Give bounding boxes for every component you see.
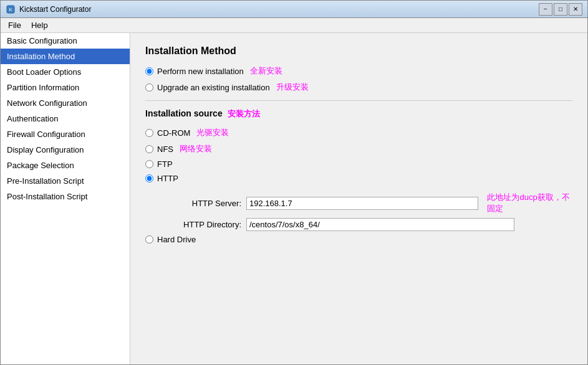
sidebar-item-basic-configuration[interactable]: Basic Configuration bbox=[1, 33, 130, 49]
title-bar: K Kickstart Configurator − □ ✕ bbox=[1, 1, 587, 18]
http-radio[interactable] bbox=[145, 174, 153, 183]
http-server-row: HTTP Server: 此地址为ducp获取，不固定 bbox=[160, 192, 572, 214]
new-install-label[interactable]: Perform new installation bbox=[157, 67, 244, 76]
nfs-row: NFS 网络安装 bbox=[145, 143, 572, 154]
source-title-text: Installation source bbox=[145, 108, 223, 118]
window-controls: − □ ✕ bbox=[539, 3, 582, 16]
sidebar-item-post-script[interactable]: Post-Installation Script bbox=[1, 189, 130, 204]
hard-drive-radio[interactable] bbox=[145, 235, 153, 244]
hard-drive-label[interactable]: Hard Drive bbox=[157, 235, 196, 244]
http-dir-row: HTTP Directory: bbox=[160, 218, 572, 231]
menu-bar: File Help bbox=[1, 18, 587, 33]
minimize-button[interactable]: − bbox=[539, 3, 552, 16]
close-button[interactable]: ✕ bbox=[569, 3, 582, 16]
sidebar-item-boot-loader[interactable]: Boot Loader Options bbox=[1, 64, 130, 80]
app-icon: K bbox=[6, 4, 16, 14]
upgrade-install-annotation: 升级安装 bbox=[276, 82, 309, 93]
divider bbox=[145, 100, 572, 101]
source-title-annotation: 安装方法 bbox=[228, 109, 260, 118]
upgrade-install-radio[interactable] bbox=[145, 83, 153, 92]
new-install-radio[interactable] bbox=[145, 67, 153, 75]
new-install-annotation: 全新安装 bbox=[250, 65, 282, 77]
nfs-label[interactable]: NFS bbox=[157, 145, 173, 154]
sidebar-item-pre-script[interactable]: Pre-Installation Script bbox=[1, 173, 130, 189]
http-dir-input[interactable] bbox=[246, 218, 514, 231]
sidebar-item-display[interactable]: Display Configuration bbox=[1, 142, 130, 158]
ftp-label[interactable]: FTP bbox=[157, 159, 173, 169]
window-title: Kickstart Configurator bbox=[19, 5, 539, 14]
sidebar-item-installation-method[interactable]: Installation Method bbox=[1, 49, 130, 64]
sidebar-item-authentication[interactable]: Authentication bbox=[1, 111, 130, 126]
svg-text:K: K bbox=[9, 7, 12, 12]
http-server-label: HTTP Server: bbox=[160, 199, 241, 208]
http-fields: HTTP Server: 此地址为ducp获取，不固定 HTTP Directo… bbox=[160, 192, 572, 235]
maximize-button[interactable]: □ bbox=[554, 3, 567, 16]
nfs-radio[interactable] bbox=[145, 145, 153, 153]
main-panel: Installation Method Perform new installa… bbox=[130, 33, 587, 364]
sidebar: Basic Configuration Installation Method … bbox=[1, 33, 130, 364]
sidebar-item-firewall[interactable]: Firewall Configuration bbox=[1, 126, 130, 142]
sidebar-item-partition[interactable]: Partition Information bbox=[1, 80, 130, 95]
new-install-row: Perform new installation 全新安装 bbox=[145, 65, 572, 77]
http-row: HTTP bbox=[145, 174, 572, 183]
sidebar-item-packages[interactable]: Package Selection bbox=[1, 158, 130, 173]
cdrom-radio[interactable] bbox=[145, 129, 153, 137]
source-title: Installation source 安装方法 bbox=[145, 108, 572, 120]
ftp-radio[interactable] bbox=[145, 160, 153, 168]
page-title: Installation Method bbox=[145, 45, 572, 57]
menu-file[interactable]: File bbox=[3, 19, 26, 31]
source-options: CD-ROM 光驱安装 NFS 网络安装 FTP bbox=[145, 127, 572, 249]
installation-type-group: Perform new installation 全新安装 Upgrade an… bbox=[145, 65, 572, 93]
http-server-input[interactable] bbox=[246, 197, 478, 210]
sidebar-item-network[interactable]: Network Configuration bbox=[1, 95, 130, 111]
hard-drive-row: Hard Drive bbox=[145, 235, 572, 244]
installation-source-section: Installation source 安装方法 CD-ROM 光驱安装 NFS bbox=[145, 108, 572, 249]
upgrade-install-label[interactable]: Upgrade an existing installation bbox=[157, 83, 270, 92]
upgrade-install-row: Upgrade an existing installation 升级安装 bbox=[145, 82, 572, 93]
menu-help[interactable]: Help bbox=[26, 19, 53, 31]
cdrom-label[interactable]: CD-ROM bbox=[157, 128, 190, 138]
nfs-annotation: 网络安装 bbox=[180, 143, 212, 154]
content-area: Basic Configuration Installation Method … bbox=[1, 33, 587, 364]
http-label[interactable]: HTTP bbox=[157, 174, 178, 183]
cdrom-annotation: 光驱安装 bbox=[196, 127, 229, 138]
http-server-annotation: 此地址为ducp获取，不固定 bbox=[487, 192, 572, 214]
cdrom-row: CD-ROM 光驱安装 bbox=[145, 127, 572, 138]
http-dir-label: HTTP Directory: bbox=[160, 220, 241, 229]
main-window: K Kickstart Configurator − □ ✕ File Help… bbox=[0, 0, 588, 365]
ftp-row: FTP bbox=[145, 159, 572, 169]
